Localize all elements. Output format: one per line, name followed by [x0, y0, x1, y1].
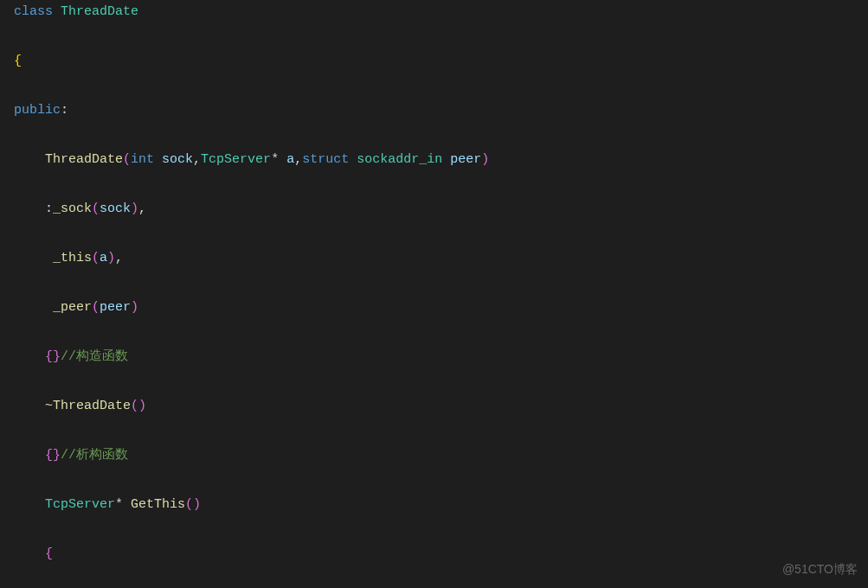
code-line: {}//析构函数	[14, 444, 868, 469]
method-name: GetThis	[131, 497, 185, 512]
constructor-name: ThreadDate	[45, 152, 123, 167]
watermark: @51CTO博客	[782, 557, 858, 582]
code-line: {	[14, 49, 868, 74]
brace-open: {	[14, 54, 22, 68]
destructor-name: ~ThreadDate	[45, 399, 131, 413]
comment: //构造函数	[61, 349, 128, 364]
code-line: TcpServer* GetThis()	[14, 493, 868, 518]
code-line: :_sock(sock),	[14, 197, 868, 222]
code-line: _peer(peer)	[14, 296, 868, 321]
code-editor[interactable]: class ThreadDate { public: ThreadDate(in…	[14, 0, 868, 588]
code-line: _this(a),	[14, 246, 868, 272]
code-line: {	[14, 542, 868, 567]
code-line: ~ThreadDate()	[14, 394, 868, 419]
code-line: public:	[14, 99, 868, 124]
class-name: ThreadDate	[61, 4, 138, 19]
code-line: class ThreadDate	[14, 0, 868, 25]
comment: //析构函数	[61, 448, 128, 463]
code-line: {}//构造函数	[14, 345, 868, 370]
keyword-public: public	[14, 103, 61, 118]
code-line: ThreadDate(int sock,TcpServer* a,struct …	[14, 148, 868, 173]
keyword-class: class	[14, 4, 53, 19]
